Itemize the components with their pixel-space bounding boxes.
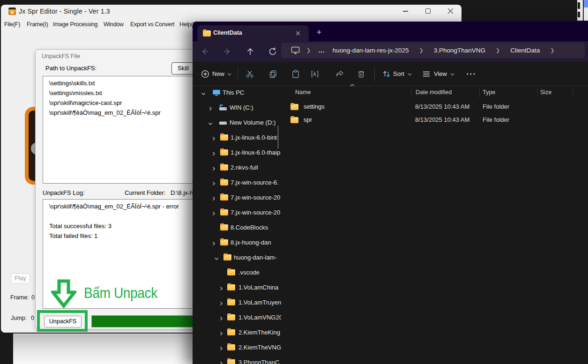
close-button[interactable] — [447, 8, 454, 14]
tree-item-label: New Volume (D:) — [230, 119, 275, 126]
tree-item-1volamvng20[interactable]: 1.VoLamVNG20 — [193, 310, 281, 325]
chevron-right-icon[interactable] — [211, 180, 216, 186]
tree-item-7jxwinsource20[interactable]: 7.jx-win-source-20 — [193, 205, 281, 220]
tree-item-1jxlinux60bintr[interactable]: 1.jx-linux-6.0-bintr — [193, 130, 281, 145]
scrollbar-mark — [578, 12, 580, 17]
tree-item-newvolumed[interactable]: New Volume (D:) — [193, 115, 281, 130]
forward-icon[interactable] — [223, 47, 232, 56]
chevron-right-icon[interactable] — [218, 285, 224, 290]
new-tab-button[interactable]: + — [314, 27, 324, 37]
tree-item-huongdanlam[interactable]: huong-dan-lam- — [193, 250, 281, 265]
share-icon[interactable] — [335, 70, 344, 78]
back-icon[interactable] — [200, 47, 209, 56]
column-separator[interactable] — [411, 88, 412, 98]
breadcrumb-clientdata[interactable]: ClientData — [510, 47, 540, 54]
column-header-size[interactable]: Size — [540, 89, 551, 96]
refresh-icon[interactable] — [268, 47, 277, 56]
chevron-down-icon[interactable] — [208, 120, 213, 126]
chevron-right-icon[interactable] — [211, 210, 216, 215]
menu-item-imageprocessing[interactable]: Image Processing — [53, 21, 97, 28]
up-icon[interactable] — [246, 47, 255, 56]
tree-item-vscode[interactable]: .vscode — [193, 265, 281, 280]
menu-item-help[interactable]: Help( — [179, 21, 193, 28]
column-separator[interactable] — [537, 88, 538, 98]
menu-item-window[interactable]: Window — [104, 21, 124, 28]
chevron-down-icon[interactable] — [201, 90, 206, 96]
menu-item-filef[interactable]: File(F) — [4, 21, 20, 28]
folder-icon — [223, 254, 231, 262]
file-row-settings[interactable]: settings8/13/2025 10:43 AMFile folder — [286, 100, 586, 113]
column-header-date[interactable]: Date modified — [416, 89, 452, 96]
tree-item-label: 7.jx-win-source-6. — [231, 179, 279, 186]
chevron-right-icon[interactable] — [211, 195, 216, 201]
breadcrumb-overflow[interactable]: … — [318, 47, 325, 54]
new-button-label[interactable]: New — [212, 70, 224, 77]
play-button[interactable]: Play — [11, 273, 30, 284]
tab-title: ClientData — [213, 30, 242, 36]
sidebar-scrollbar[interactable] — [277, 126, 279, 149]
tree-item-label: 1.jx-linux-6.0-bintr — [231, 134, 279, 141]
minimize-button[interactable] — [403, 11, 408, 12]
breadcrumb-chevron: ❯ — [496, 47, 500, 53]
chevron-right-icon[interactable] — [218, 330, 224, 335]
tree-item-2nkvsfull[interactable]: 2.nkvs-full — [193, 160, 281, 175]
tree-item-winc[interactable]: WIN (C:) — [193, 100, 281, 115]
sort-icon[interactable] — [382, 70, 391, 78]
tree-item-2kiemthevng[interactable]: 2.KiemTheVNG — [193, 340, 281, 355]
more-options-icon[interactable] — [466, 70, 476, 78]
background-window-bottom — [13, 334, 193, 364]
chevron-right-icon[interactable] — [211, 165, 216, 171]
tree-item-thispc[interactable]: This PC — [193, 86, 281, 100]
breadcrumb-huong-dan-lam-res-jx-2025[interactable]: huong-dan-lam-res-jx-2025 — [333, 47, 409, 54]
unpackfs-button[interactable]: UnpackFS — [44, 316, 82, 327]
menu-item-framei[interactable]: Frame(I) — [27, 21, 48, 28]
delete-icon[interactable] — [357, 70, 365, 78]
sort-button-label[interactable]: Sort — [393, 70, 404, 77]
tree-item-1volamchina[interactable]: 1.VoLamChina — [193, 280, 281, 295]
menu-item-exportvsconvert[interactable]: Export vs Convert — [130, 21, 174, 28]
view-icon[interactable] — [422, 70, 431, 78]
column-header-name[interactable]: Name — [295, 89, 311, 96]
rename-icon[interactable] — [311, 70, 319, 78]
tree-item-7jxwinsource6[interactable]: 7.jx-win-source-6. — [193, 175, 281, 190]
tree-item-7jxwinsource20[interactable]: 7.jx-win-source-20 — [193, 190, 281, 205]
tab-close-icon[interactable] — [295, 30, 301, 37]
tree-item-1jxlinux60thaip[interactable]: 1.jx-linux-6.0-thaip — [193, 145, 281, 160]
chevron-right-icon[interactable] — [208, 105, 213, 111]
chevron-right-icon[interactable] — [211, 135, 216, 141]
this-pc-icon — [291, 46, 300, 54]
folder-icon — [220, 179, 228, 187]
cut-icon[interactable] — [246, 70, 254, 78]
chevron-right-icon[interactable] — [211, 150, 216, 156]
background-window-blue-corner — [584, 0, 588, 7]
file-row-spr[interactable]: spr8/13/2025 10:43 AMFile folder — [286, 113, 586, 126]
chevron-down-icon[interactable] — [214, 255, 219, 260]
tree-item-label: 1.VoLamTruyen — [238, 299, 281, 306]
view-button-label[interactable]: View — [434, 70, 447, 77]
chevron-right-icon[interactable] — [218, 315, 224, 320]
tree-item-1volamtruyen[interactable]: 1.VoLamTruyen — [193, 295, 281, 310]
tree-item-8codeblocks[interactable]: 8.CodeBlocks — [193, 220, 281, 235]
chevron-right-icon[interactable] — [218, 360, 224, 364]
tree-item-3phongthanc[interactable]: 3.PhongThanC — [193, 355, 281, 364]
chevron-right-icon[interactable] — [218, 345, 224, 350]
folder-icon — [227, 299, 235, 307]
breadcrumb-bar[interactable]: ❯ … huong-dan-lam-res-jx-2025❯3.PhongTha… — [281, 43, 585, 58]
maximize-button[interactable] — [425, 8, 431, 14]
tab-clientdata[interactable]: ClientData — [197, 25, 309, 41]
screen: Jx Spr Editor - Single - Ver 1.3 File(F)… — [0, 0, 588, 364]
column-header-type[interactable]: Type — [483, 89, 495, 96]
folder-icon — [227, 284, 235, 292]
breadcrumb-3.phongthanvng[interactable]: 3.PhongThanVNG — [434, 47, 485, 54]
chevron-right-icon[interactable] — [218, 300, 224, 305]
paste-icon[interactable] — [291, 70, 300, 78]
tree-item-2kiemtheking[interactable]: 2.KiemTheKing — [193, 325, 281, 340]
tree-item-label: 3.PhongThanC — [238, 359, 279, 364]
new-icon[interactable] — [201, 70, 209, 78]
tree-item-8jxhuongdan[interactable]: 8.jx-huong-dan — [193, 235, 281, 250]
chevron-right-icon[interactable] — [211, 240, 216, 245]
column-separator[interactable] — [479, 88, 480, 98]
folder-icon — [290, 117, 298, 123]
column-separator[interactable] — [573, 88, 573, 98]
copy-icon[interactable] — [269, 70, 277, 78]
